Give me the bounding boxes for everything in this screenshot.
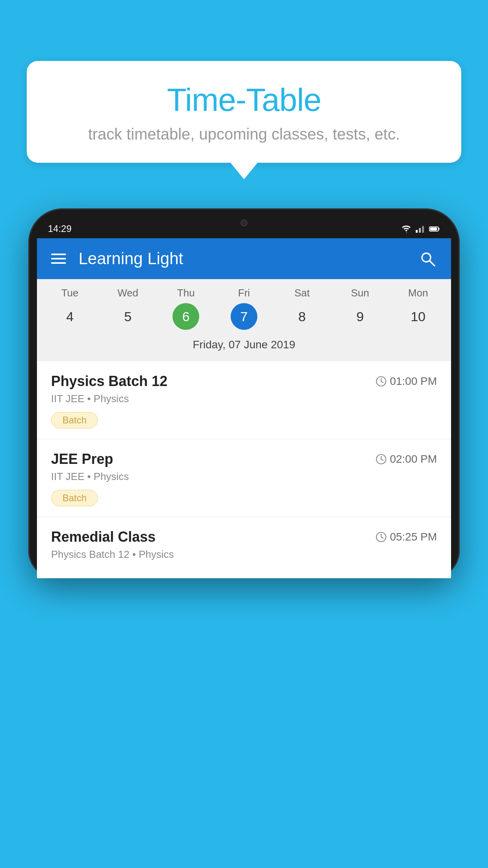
search-icon [419, 250, 436, 267]
svg-line-7 [429, 261, 435, 266]
svg-rect-5 [430, 228, 437, 231]
wifi-icon [401, 224, 412, 233]
item-time: 01:00 PM [376, 375, 437, 388]
day-num-10[interactable]: 10 [405, 303, 431, 330]
svg-rect-4 [438, 228, 440, 230]
item-title: JEE Prep [51, 451, 113, 467]
day-name-sat: Sat [294, 287, 310, 299]
day-name-thu: Thu [177, 287, 195, 299]
selected-date-label: Friday, 07 June 2019 [41, 335, 447, 357]
menu-line-1 [51, 254, 66, 255]
svg-rect-1 [419, 228, 421, 233]
menu-button[interactable] [51, 254, 66, 264]
bubble-title: Time-Table [50, 81, 438, 118]
svg-line-10 [381, 381, 383, 383]
day-name-mon: Mon [408, 287, 428, 299]
day-num-8[interactable]: 8 [289, 303, 316, 330]
schedule-item[interactable]: JEE Prep 02:00 PM IIT JEE • Physics Batc… [37, 439, 451, 517]
batch-badge: Batch [51, 412, 98, 428]
clock-icon [376, 376, 387, 387]
day-num-6[interactable]: 6 [172, 303, 199, 330]
phone-screen: Learning Light Tue4Wed5Thu6Fri7Sat8Sun9M… [37, 238, 451, 578]
status-icons [401, 224, 440, 233]
status-bar: 14:29 [37, 215, 451, 238]
day-col-fri[interactable]: Fri7 [215, 287, 273, 330]
app-title: Learning Light [79, 249, 418, 268]
schedule-item[interactable]: Physics Batch 12 01:00 PM IIT JEE • Phys… [37, 361, 451, 439]
item-top-row: Physics Batch 12 01:00 PM [51, 373, 437, 390]
svg-rect-2 [422, 226, 424, 233]
svg-rect-0 [416, 230, 418, 233]
item-subtitle: Physics Batch 12 • Physics [51, 548, 437, 561]
item-top-row: Remedial Class 05:25 PM [51, 529, 437, 545]
day-col-wed[interactable]: Wed5 [99, 287, 157, 330]
day-num-4[interactable]: 4 [57, 303, 83, 330]
clock-icon [376, 531, 387, 542]
day-num-5[interactable]: 5 [115, 303, 141, 330]
days-row: Tue4Wed5Thu6Fri7Sat8Sun9Mon10 [41, 287, 447, 330]
signal-icon [415, 224, 426, 233]
clock-icon [376, 454, 387, 465]
phone-outer: 14:29 [28, 208, 460, 578]
phone-notch [216, 215, 272, 230]
menu-line-3 [51, 262, 66, 264]
svg-line-16 [381, 537, 383, 538]
menu-line-2 [51, 258, 66, 259]
day-name-fri: Fri [238, 287, 250, 299]
day-num-9[interactable]: 9 [347, 303, 373, 330]
phone-mockup: 14:29 [28, 208, 460, 868]
bubble-subtitle: track timetable, upcoming classes, tests… [50, 125, 438, 143]
day-name-sun: Sun [351, 287, 369, 299]
day-name-tue: Tue [61, 287, 79, 299]
batch-badge: Batch [51, 490, 98, 506]
item-title: Remedial Class [51, 529, 156, 545]
item-time: 02:00 PM [376, 453, 437, 465]
day-col-mon[interactable]: Mon10 [389, 287, 447, 330]
battery-icon [429, 224, 440, 233]
day-col-tue[interactable]: Tue4 [41, 287, 99, 330]
search-button[interactable] [418, 249, 437, 268]
item-time: 05:25 PM [376, 531, 437, 543]
status-time: 14:29 [48, 223, 72, 234]
speech-bubble: Time-Table track timetable, upcoming cla… [27, 61, 461, 163]
app-header: Learning Light [37, 238, 451, 279]
item-subtitle: IIT JEE • Physics [51, 471, 437, 483]
item-subtitle: IIT JEE • Physics [51, 393, 437, 405]
camera-dot [240, 219, 248, 226]
calendar-strip: Tue4Wed5Thu6Fri7Sat8Sun9Mon10 Friday, 07… [37, 279, 451, 361]
item-title: Physics Batch 12 [51, 373, 167, 390]
day-num-7[interactable]: 7 [231, 303, 257, 330]
schedule-item[interactable]: Remedial Class 05:25 PM Physics Batch 12… [37, 517, 451, 578]
svg-line-13 [381, 459, 383, 460]
item-top-row: JEE Prep 02:00 PM [51, 451, 437, 467]
day-name-wed: Wed [117, 287, 138, 299]
day-col-sun[interactable]: Sun9 [331, 287, 389, 330]
day-col-thu[interactable]: Thu6 [157, 287, 215, 330]
schedule-list: Physics Batch 12 01:00 PM IIT JEE • Phys… [37, 361, 451, 578]
day-col-sat[interactable]: Sat8 [273, 287, 331, 330]
